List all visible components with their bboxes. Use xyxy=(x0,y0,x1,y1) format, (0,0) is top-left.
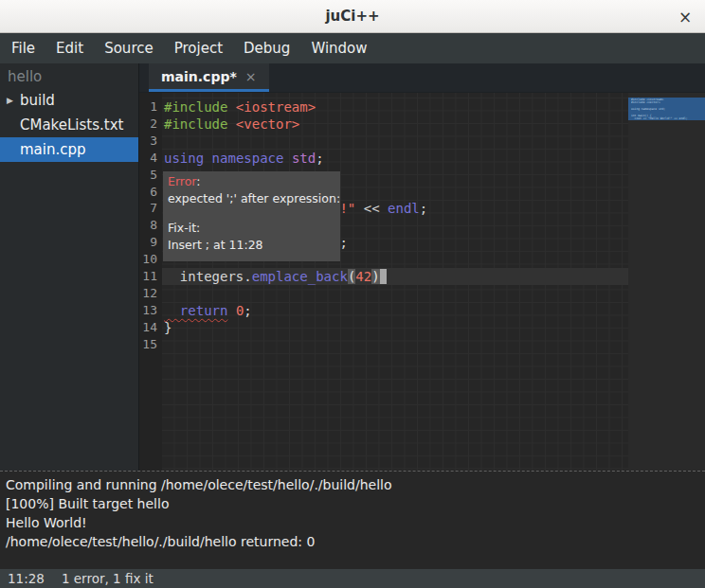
text-caret xyxy=(380,269,387,284)
window-title: juCi++ xyxy=(325,8,379,25)
error-label: Error xyxy=(168,174,196,188)
line-number: 4 xyxy=(139,150,157,167)
titlebar: juCi++ × xyxy=(0,0,705,33)
code-token: ; xyxy=(420,201,427,216)
file-tree-sidebar: hello ▶buildCMakeLists.txtmain.cpp xyxy=(0,63,139,471)
tree-item-label: main.cpp xyxy=(20,141,86,158)
terminal-line: [100%] Built target hello xyxy=(6,494,699,513)
code-token: return xyxy=(164,303,227,318)
line-number: 10 xyxy=(139,251,157,268)
terminal-line: Compiling and running /home/olece/test/h… xyxy=(6,475,699,494)
line-number: 14 xyxy=(139,319,157,336)
tree-item-build[interactable]: ▶build xyxy=(0,88,138,113)
error-colon: : xyxy=(196,174,200,188)
status-bar: 11:28 1 error, 1 fix it xyxy=(0,569,705,588)
tab-main-cpp[interactable]: main.cpp* × xyxy=(149,63,269,92)
code-token: emplace_back xyxy=(252,269,348,284)
line-number: 3 xyxy=(139,133,157,150)
minimap-viewport[interactable]: #include <iostream> #include <vector> us… xyxy=(628,98,705,120)
tab-label: main.cpp* xyxy=(161,69,237,84)
code-line-1[interactable]: #include <iostream> xyxy=(164,98,316,116)
menu-window[interactable]: Window xyxy=(300,34,377,62)
tab-close-icon[interactable]: × xyxy=(245,69,257,84)
line-number: 6 xyxy=(139,184,157,201)
code-editor[interactable]: #include <iostream>#include <vector>usin… xyxy=(139,93,705,471)
code-token: using xyxy=(164,151,204,166)
error-tooltip: Error: expected ';' after expression: Fi… xyxy=(163,171,340,261)
code-token: ; xyxy=(316,151,323,166)
tooltip-error-text: expected ';' after expression: xyxy=(168,190,335,207)
tooltip-error-heading: Error: xyxy=(168,173,335,190)
code-token: integers. xyxy=(164,269,252,284)
code-token: #include xyxy=(164,116,236,132)
code-line-13[interactable]: return 0; xyxy=(164,302,252,319)
line-number: 13 xyxy=(139,302,157,319)
code-token: namespace xyxy=(212,151,284,166)
minimap-code-preview: #include <iostream> #include <vector> us… xyxy=(631,98,705,120)
code-token xyxy=(227,303,235,318)
tree-item-cmakelists-txt[interactable]: CMakeLists.txt xyxy=(0,113,138,137)
menubar: FileEditSourceProjectDebugWindow xyxy=(0,33,705,63)
app-window: juCi++ × FileEditSourceProjectDebugWindo… xyxy=(0,0,705,588)
tooltip-fixit-text: Insert ; at 11:28 xyxy=(168,237,335,254)
code-token: <iostream> xyxy=(236,99,316,115)
code-token: endl xyxy=(388,201,420,216)
code-line-11[interactable]: integers.emplace_back(42) xyxy=(164,268,387,285)
code-line-14[interactable]: } xyxy=(164,319,172,336)
menu-source[interactable]: Source xyxy=(94,34,164,62)
line-number: 2 xyxy=(139,116,157,133)
status-message: 1 error, 1 fix it xyxy=(62,571,154,586)
tab-bar: main.cpp* × xyxy=(139,63,705,93)
menu-debug[interactable]: Debug xyxy=(233,34,300,62)
project-name: hello xyxy=(0,63,138,88)
terminal-line: Hello World! xyxy=(6,513,699,532)
editor-pane: main.cpp* × #include <iostream>#include … xyxy=(139,63,705,471)
code-token: #include xyxy=(164,99,236,115)
code-token: } xyxy=(164,320,172,335)
file-tree: ▶buildCMakeLists.txtmain.cpp xyxy=(0,88,138,162)
line-number: 7 xyxy=(139,200,157,217)
code-line-4[interactable]: using namespace std; xyxy=(164,150,324,167)
line-number: 9 xyxy=(139,234,157,251)
line-number: 1 xyxy=(139,98,157,116)
code-token: ) xyxy=(371,269,379,284)
line-number-gutter: 123456789101112131415 xyxy=(139,93,162,471)
line-number: 12 xyxy=(139,285,157,302)
cursor-position: 11:28 xyxy=(8,571,45,586)
code-line-2[interactable]: #include <vector> xyxy=(164,116,299,133)
code-token: std xyxy=(292,151,316,166)
code-token: 42 xyxy=(355,269,371,284)
menu-edit[interactable]: Edit xyxy=(45,34,94,62)
line-number: 11 xyxy=(139,268,157,285)
tree-item-main-cpp[interactable]: main.cpp xyxy=(0,137,138,162)
code-token: ; xyxy=(244,303,251,318)
tooltip-fixit-heading: Fix-it: xyxy=(168,220,335,237)
window-close-button[interactable]: × xyxy=(675,7,696,27)
code-token: <vector> xyxy=(236,116,299,132)
line-number: 5 xyxy=(139,167,157,184)
code-token xyxy=(204,151,211,166)
code-token: << xyxy=(355,201,388,216)
tooltip-gap xyxy=(168,207,335,220)
menu-project[interactable]: Project xyxy=(164,34,233,62)
terminal-output: Compiling and running /home/olece/test/h… xyxy=(0,471,705,569)
tree-item-label: build xyxy=(20,92,55,109)
line-number: 8 xyxy=(139,217,157,234)
minimap[interactable]: #include <iostream> #include <vector> us… xyxy=(628,93,705,471)
tree-item-label: CMakeLists.txt xyxy=(20,116,123,134)
line-number: 15 xyxy=(139,336,157,353)
expander-triangle-icon[interactable]: ▶ xyxy=(7,96,20,105)
terminal-line: /home/olece/test/hello/./build/hello ret… xyxy=(6,532,699,551)
menu-file[interactable]: File xyxy=(1,34,45,62)
code-token xyxy=(283,151,291,166)
